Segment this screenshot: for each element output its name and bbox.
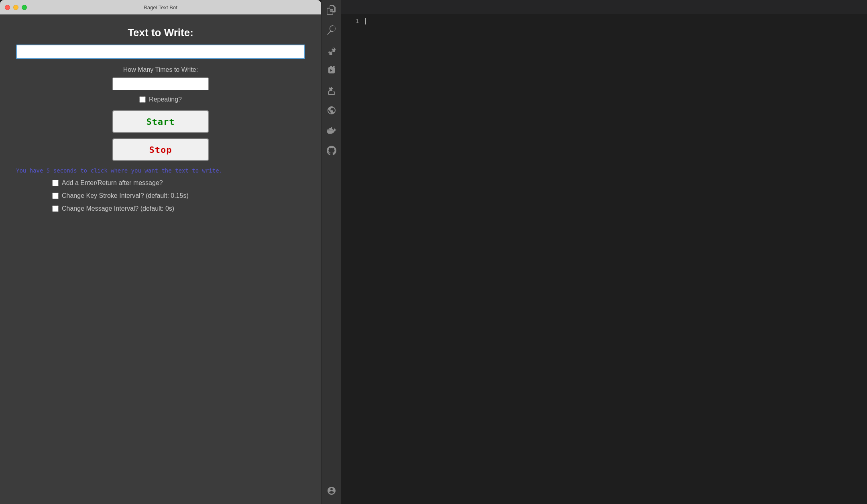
option1-label: Add a Enter/Return after message? (62, 179, 163, 187)
count-input[interactable] (112, 77, 209, 90)
option3-label: Change Message Interval? (default: 0s) (62, 205, 174, 212)
search-icon[interactable] (322, 20, 342, 40)
repeating-label: Repeating? (149, 96, 182, 103)
start-button[interactable]: Start (112, 110, 209, 133)
docker-icon[interactable] (322, 120, 342, 140)
line-number-1: 1 (341, 17, 359, 25)
files-icon[interactable] (322, 0, 342, 20)
window-title: Bagel Text Bot (144, 4, 177, 10)
repeating-row: Repeating? (139, 96, 182, 103)
editor-content: 1 (341, 14, 867, 504)
remote-icon[interactable] (322, 100, 342, 120)
run-debug-icon[interactable] (322, 60, 342, 80)
stop-button[interactable]: Stop (112, 138, 209, 161)
extensions-icon[interactable] (322, 80, 342, 100)
option2-row: Change Key Stroke Interval? (default: 0.… (12, 192, 309, 199)
editor-text-area[interactable] (365, 14, 867, 504)
close-button[interactable] (5, 5, 10, 10)
main-title: Text to Write: (128, 26, 193, 39)
app-content: Text to Write: How Many Times to Write: … (0, 14, 321, 220)
keystroke-interval-checkbox[interactable] (52, 193, 59, 199)
vscode-editor: 1 (341, 0, 867, 504)
source-control-icon[interactable] (322, 40, 342, 60)
text-to-write-input[interactable] (16, 45, 305, 59)
status-message: You have 5 seconds to click where you wa… (12, 167, 309, 174)
repeating-checkbox[interactable] (139, 96, 146, 103)
account-icon[interactable] (322, 481, 342, 501)
option1-row: Add a Enter/Return after message? (12, 179, 309, 187)
traffic-lights (5, 5, 27, 10)
vscode-activity-bar (321, 0, 341, 504)
cursor-line (365, 17, 867, 25)
option3-row: Change Message Interval? (default: 0s) (12, 205, 309, 212)
maximize-button[interactable] (22, 5, 27, 10)
message-interval-checkbox[interactable] (52, 205, 59, 212)
text-cursor (365, 18, 366, 24)
option2-label: Change Key Stroke Interval? (default: 0.… (62, 192, 189, 199)
minimize-button[interactable] (13, 5, 18, 10)
how-many-label: How Many Times to Write: (123, 66, 198, 73)
github-icon[interactable] (322, 140, 342, 161)
app-window: Bagel Text Bot Text to Write: How Many T… (0, 0, 321, 504)
enter-return-checkbox[interactable] (52, 180, 59, 186)
title-bar: Bagel Text Bot (0, 0, 321, 14)
editor-tabs (341, 0, 867, 14)
line-numbers: 1 (341, 14, 365, 504)
